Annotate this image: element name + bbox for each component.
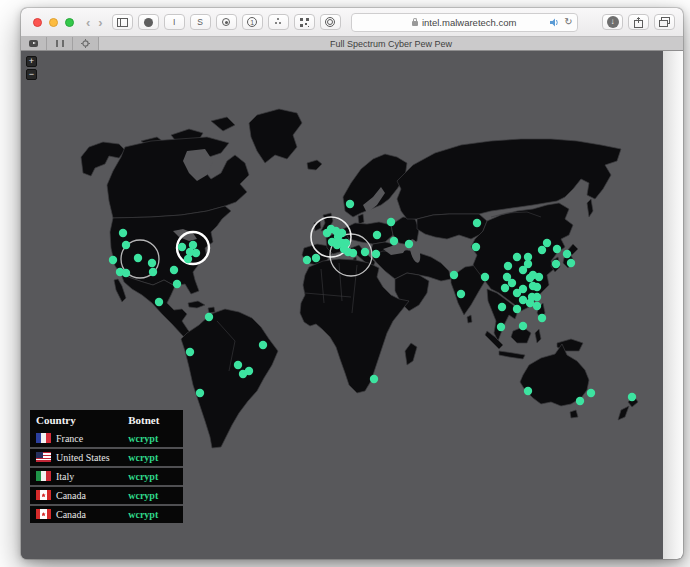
extension-button-2[interactable]: I	[164, 14, 185, 30]
infection-dot	[373, 231, 381, 239]
table-row: Canadawcrypt	[30, 486, 183, 505]
table-row: United Stateswcrypt	[30, 448, 183, 467]
url-text: intel.malwaretech.com	[422, 17, 517, 28]
infection-dot	[387, 218, 395, 226]
infection-dot	[349, 249, 357, 257]
botnet-name: wcrypt	[128, 452, 158, 463]
infection-dot	[587, 389, 595, 397]
tab-bar: Full Spectrum Cyber Pew Pew	[21, 37, 683, 51]
extension-button-7[interactable]	[294, 14, 315, 30]
infection-dot	[192, 249, 200, 257]
fullscreen-window-button[interactable]	[65, 18, 74, 27]
tabs-icon	[659, 17, 670, 27]
pinned-tab-2[interactable]	[47, 37, 73, 50]
back-button[interactable]: ‹	[82, 16, 94, 29]
share-button[interactable]	[628, 14, 649, 30]
circled-one-icon: 1	[247, 17, 257, 27]
dots-cluster-icon	[275, 22, 277, 24]
country-name: Canada	[56, 509, 86, 520]
infection-dot	[196, 389, 204, 397]
zoom-in-button[interactable]: +	[26, 56, 37, 67]
extension-button-1[interactable]	[138, 14, 159, 30]
infection-dot	[170, 266, 178, 274]
infection-dot	[519, 266, 527, 274]
extension-button-3[interactable]: S	[190, 14, 211, 30]
botnet-table: Country Botnet FrancewcryptUnited States…	[30, 410, 183, 523]
page-content: + − Country Botnet FrancewcryptUnited St…	[21, 51, 683, 559]
extension-button-8[interactable]	[320, 14, 341, 30]
infection-dot	[473, 219, 481, 227]
infection-dot	[173, 280, 181, 288]
botnet-name: wcrypt	[128, 509, 158, 520]
infection-dot	[189, 241, 197, 249]
play-tile-icon	[29, 40, 38, 47]
table-row: Italywcrypt	[30, 467, 183, 486]
extension-button-4[interactable]	[216, 14, 237, 30]
botnet-name: wcrypt	[128, 433, 158, 444]
infection-dot	[361, 248, 369, 256]
infection-dot	[563, 250, 571, 258]
infection-dot	[109, 256, 117, 264]
zoom-out-button[interactable]: −	[26, 69, 37, 80]
infection-dot	[312, 254, 320, 262]
infection-dot	[628, 393, 636, 401]
it-flag-icon	[36, 471, 51, 481]
gear-icon	[81, 39, 90, 48]
infection-dot	[184, 255, 192, 263]
sidebar-icon	[117, 18, 128, 27]
infection-dot	[405, 240, 413, 248]
extension-button-6[interactable]	[268, 14, 289, 30]
infection-dot	[553, 245, 561, 253]
address-bar[interactable]: intel.malwaretech.com ↻	[351, 13, 578, 32]
pinned-tab-1[interactable]	[21, 37, 47, 50]
infection-dot	[538, 246, 546, 254]
table-row: Francewcrypt	[30, 430, 183, 448]
column-header-botnet: Botnet	[122, 410, 183, 430]
infection-dot	[457, 290, 465, 298]
infection-dot	[450, 271, 458, 279]
pinned-tab-3[interactable]	[73, 37, 99, 50]
table-row: Canadawcrypt	[30, 505, 183, 523]
infection-dot	[533, 302, 541, 310]
camera-ring-icon	[222, 18, 230, 26]
extension-button-5[interactable]: 1	[242, 14, 263, 30]
infection-dot	[481, 273, 489, 281]
audio-speaker-icon[interactable]	[550, 18, 560, 27]
reload-icon[interactable]: ↻	[564, 17, 572, 27]
infection-dot	[533, 293, 541, 301]
infection-dot	[119, 229, 127, 237]
share-icon	[634, 17, 643, 28]
minimize-window-button[interactable]	[49, 18, 58, 27]
forward-button[interactable]: ›	[94, 16, 106, 29]
infection-dot	[122, 241, 130, 249]
downloads-button[interactable]: ↓	[602, 14, 623, 30]
active-tab[interactable]: Full Spectrum Cyber Pew Pew	[99, 37, 683, 50]
country-name: Italy	[56, 471, 74, 482]
infection-dot	[338, 229, 346, 237]
sidebar-button[interactable]	[112, 14, 133, 30]
country-name: United States	[56, 452, 110, 463]
infection-dot	[552, 260, 560, 268]
infection-dot	[134, 254, 142, 262]
infection-dot	[122, 269, 130, 277]
botnet-name: wcrypt	[128, 471, 158, 482]
close-window-button[interactable]	[33, 18, 42, 27]
ca-flag-icon	[36, 490, 51, 500]
infection-dot	[497, 323, 505, 331]
browser-toolbar: ‹ › I S 1 intel.malwaretech.com	[21, 8, 683, 37]
double-bar-icon	[56, 40, 64, 47]
country-name: Canada	[56, 490, 86, 501]
scrollbar-track[interactable]	[663, 51, 683, 559]
infection-dot	[513, 305, 521, 313]
infection-dot	[524, 387, 532, 395]
infection-dot	[186, 348, 194, 356]
column-header-country: Country	[30, 410, 122, 430]
infection-dot	[239, 370, 247, 378]
infection-dot	[472, 243, 480, 251]
botnet-name: wcrypt	[128, 490, 158, 501]
tab-overview-button[interactable]	[654, 14, 675, 30]
infection-dot	[504, 262, 512, 270]
qr-code-icon	[300, 18, 309, 27]
target-circle-icon	[325, 17, 335, 27]
lock-icon	[412, 21, 418, 26]
